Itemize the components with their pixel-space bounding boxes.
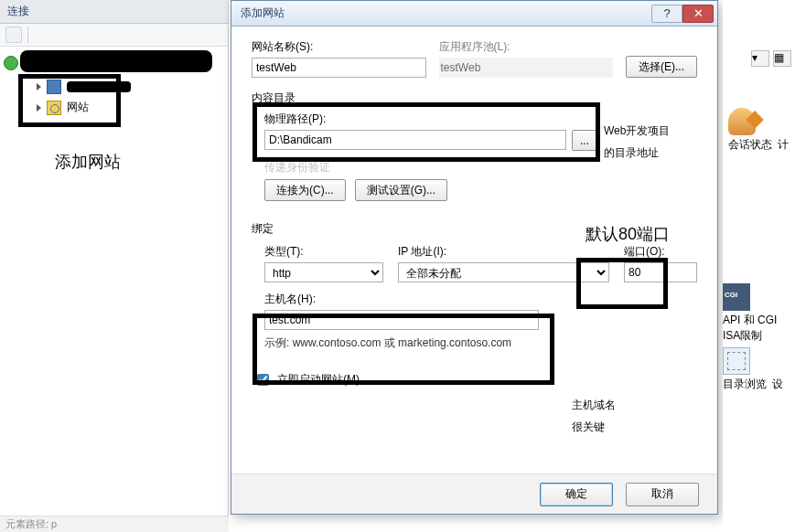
start-now-label: 立即启动网站(M) bbox=[277, 372, 360, 388]
ip-select[interactable]: 全部未分配 bbox=[398, 262, 609, 282]
feature-dir-browse[interactable]: 目录浏览 设 bbox=[723, 347, 787, 392]
view-mode-button[interactable]: ▾ bbox=[751, 50, 769, 67]
ip-label: IP 地址(I): bbox=[398, 244, 609, 260]
dialog-body: 网站名称(S): 应用程序池(L): testWeb 选择(E)... 内容目录… bbox=[231, 27, 717, 398]
right-features-strip: ▾ ▦ 会话状态 计 API 和 CGI ISA限制 目录浏览 设 bbox=[723, 0, 795, 532]
ok-button[interactable]: 确定 bbox=[540, 483, 613, 506]
host-input[interactable] bbox=[264, 310, 539, 330]
select-app-pool-button[interactable]: 选择(E)... bbox=[626, 56, 697, 78]
view-grid-button[interactable]: ▦ bbox=[773, 50, 791, 67]
cancel-button[interactable]: 取消 bbox=[626, 483, 699, 506]
tree-item-label: 网站 bbox=[67, 100, 89, 115]
expand-icon[interactable] bbox=[37, 83, 41, 90]
annotation-host-text: 主机域名很关键 bbox=[572, 393, 616, 437]
type-select[interactable]: http bbox=[264, 262, 383, 282]
host-label: 主机名(H): bbox=[264, 292, 697, 307]
redacted-label bbox=[67, 81, 131, 92]
physical-path-input[interactable] bbox=[264, 130, 566, 150]
content-dir-legend: 内容目录 bbox=[252, 90, 295, 106]
connect-as-button[interactable]: 连接为(C)... bbox=[264, 179, 346, 201]
test-settings-button[interactable]: 测试设置(G)... bbox=[355, 179, 447, 201]
site-name-label: 网站名称(S): bbox=[252, 39, 426, 55]
browse-button[interactable]: ... bbox=[572, 130, 597, 151]
tree-item-app-pools[interactable] bbox=[37, 80, 131, 94]
cgi-icon bbox=[723, 283, 750, 311]
dir-browse-icon bbox=[723, 347, 750, 375]
help-button[interactable]: ? bbox=[651, 5, 682, 23]
site-name-input[interactable] bbox=[252, 58, 426, 78]
annotation-port-text: 默认80端口 bbox=[586, 224, 670, 244]
dialog-footer: 确定 取消 bbox=[231, 473, 717, 514]
add-website-dialog: 添加网站 ? ✕ 网站名称(S): 应用程序池(L): testWeb 选择(E… bbox=[231, 0, 718, 515]
app-pool-value: testWeb bbox=[439, 58, 614, 78]
annotation-path-text: Web开发项目的目录地址 bbox=[604, 119, 670, 163]
connections-panel: 连接 网站 bbox=[0, 0, 229, 532]
tree-item-sites[interactable]: 网站 bbox=[37, 100, 89, 115]
connections-toolbar bbox=[0, 24, 228, 47]
host-example: 示例: www.contoso.com 或 marketing.contoso.… bbox=[264, 335, 697, 351]
port-label: 端口(O): bbox=[624, 244, 697, 260]
app-pool-label: 应用程序池(L): bbox=[439, 39, 614, 55]
feature-session-state[interactable]: 会话状态 计 bbox=[728, 108, 792, 153]
status-bar: 元素路径: p bbox=[0, 516, 229, 532]
redacted-server-name bbox=[20, 50, 212, 72]
dialog-titlebar[interactable]: 添加网站 ? ✕ bbox=[231, 1, 717, 27]
type-label: 类型(T): bbox=[264, 244, 383, 260]
sites-icon bbox=[47, 101, 61, 115]
connections-tree[interactable]: 网站 bbox=[0, 47, 228, 54]
toolbar-button[interactable] bbox=[5, 27, 22, 43]
binding-legend: 绑定 bbox=[252, 221, 274, 237]
annotation-left: 添加网站 bbox=[55, 151, 121, 173]
start-now-checkbox[interactable] bbox=[257, 374, 269, 386]
connections-header: 连接 bbox=[0, 0, 228, 24]
close-button[interactable]: ✕ bbox=[682, 5, 714, 23]
feature-cgi-isapi[interactable]: API 和 CGI ISA限制 bbox=[723, 283, 787, 344]
expand-icon[interactable] bbox=[37, 104, 41, 112]
dialog-title: 添加网站 bbox=[241, 5, 285, 21]
session-state-icon bbox=[728, 108, 756, 135]
app-pool-icon bbox=[47, 80, 61, 94]
port-input[interactable] bbox=[624, 262, 697, 282]
